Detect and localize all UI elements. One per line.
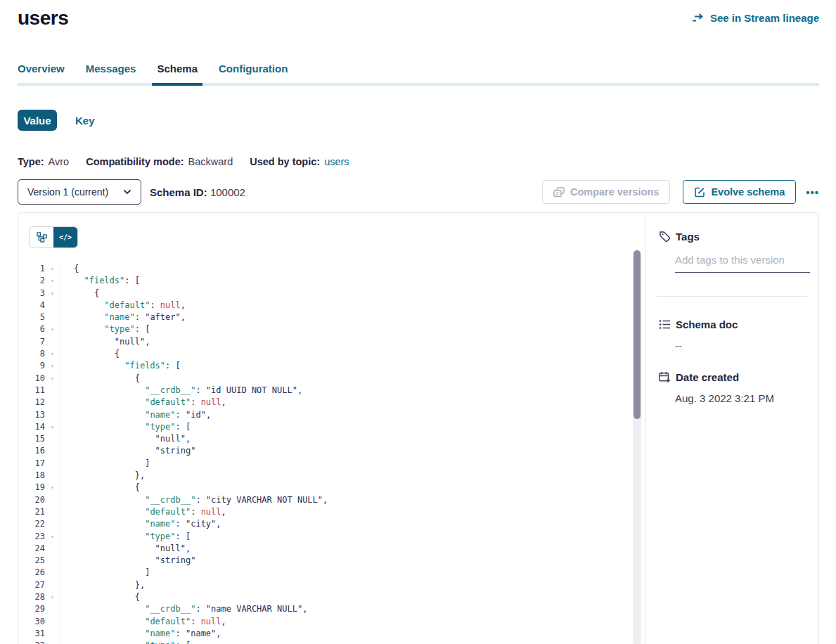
- line-number: 32: [18, 640, 45, 644]
- scrollbar-thumb[interactable]: [634, 250, 641, 419]
- tree-view-button[interactable]: [30, 227, 53, 247]
- line-number: 4: [18, 300, 45, 311]
- code-text: "default": null,: [60, 506, 226, 518]
- code-text: "fields": [: [60, 275, 140, 287]
- code-editor[interactable]: 1▾{2▾ "fields": [3▾ {4 "default": null,5…: [18, 263, 645, 644]
- version-toolbar: Version 1 (current) Schema ID: 100002: [18, 179, 819, 205]
- schema-sidebar: Tags Schema doc --: [645, 213, 818, 644]
- value-tab-button[interactable]: Value: [18, 110, 57, 131]
- code-line: 21 "default": null,: [18, 506, 645, 518]
- tab-messages[interactable]: Messages: [86, 63, 136, 86]
- line-number: 3: [18, 288, 45, 300]
- fold-toggle-icon[interactable]: ▾: [45, 373, 60, 385]
- code-view-button[interactable]: </>: [53, 227, 77, 247]
- code-line: 3▾ {: [18, 288, 645, 300]
- add-tags-input[interactable]: [675, 254, 810, 273]
- fold-toggle-icon[interactable]: ▾: [45, 263, 60, 275]
- fold-toggle-icon[interactable]: ▾: [45, 275, 60, 287]
- line-number: 20: [18, 494, 45, 506]
- compatibility-pair: Compatibility mode: Backward: [86, 156, 233, 167]
- date-created-value: Aug. 3 2022 3:21 PM: [675, 392, 807, 404]
- code-text: "type": [: [60, 421, 191, 433]
- fold-spacer: [45, 385, 60, 397]
- line-number: 10: [18, 373, 45, 385]
- chevron-down-icon: [123, 189, 131, 195]
- fold-toggle-icon[interactable]: ▾: [45, 482, 60, 494]
- code-line: 26 ]: [18, 567, 645, 579]
- fold-toggle-icon[interactable]: ▾: [45, 421, 60, 433]
- schema-doc-title: Schema doc: [676, 318, 738, 330]
- code-line: 5 "name": "after",: [18, 311, 645, 323]
- tags-title: Tags: [676, 231, 700, 243]
- fold-toggle-icon[interactable]: ▾: [45, 591, 60, 603]
- line-number: 22: [18, 518, 45, 530]
- key-value-toggle: Value Key: [18, 110, 819, 131]
- code-text: "null",: [60, 336, 150, 348]
- fold-spacer: [45, 518, 60, 530]
- code-text: "string": [60, 445, 195, 457]
- line-number: 6: [18, 323, 45, 335]
- date-created-title: Date created: [676, 371, 739, 383]
- code-view-icon: </>: [59, 233, 72, 241]
- schema-meta-row: Type: Avro Compatibility mode: Backward …: [18, 156, 819, 167]
- fold-spacer: [45, 397, 60, 408]
- fold-spacer: [45, 458, 60, 470]
- code-line: 30 "default": null,: [18, 616, 645, 628]
- code-text: },: [60, 470, 145, 482]
- schema-id-label: Schema ID:: [150, 186, 207, 198]
- schema-page: users See in Stream lineage OverviewMess…: [0, 0, 836, 644]
- fold-toggle-icon[interactable]: ▾: [45, 348, 60, 360]
- evolve-schema-button[interactable]: Evolve schema: [683, 180, 796, 204]
- compare-versions-icon: [553, 187, 565, 198]
- code-text: {: [60, 263, 79, 275]
- code-text: {: [60, 288, 99, 300]
- code-text: {: [60, 482, 140, 494]
- code-line: 23▾ "type": [: [18, 531, 645, 543]
- fold-toggle-icon[interactable]: ▾: [45, 288, 60, 300]
- code-text: "__crdb__": "name VARCHAR NULL",: [60, 603, 307, 615]
- stream-lineage-icon: [692, 13, 705, 23]
- line-number: 25: [18, 555, 45, 567]
- fold-toggle-icon[interactable]: ▾: [45, 323, 60, 335]
- schema-id-value: 100002: [210, 186, 245, 198]
- line-number: 8: [18, 348, 45, 360]
- fold-toggle-icon[interactable]: ▾: [45, 640, 60, 644]
- fold-spacer: [45, 433, 60, 445]
- used-by-topic-link[interactable]: users: [324, 156, 349, 167]
- code-line: 18 },: [18, 470, 645, 482]
- tab-configuration[interactable]: Configuration: [219, 63, 288, 86]
- code-line: 2▾ "fields": [: [18, 275, 645, 287]
- line-number: 28: [18, 591, 45, 603]
- code-text: "fields": [: [60, 360, 181, 372]
- page-header: users See in Stream lineage: [18, 7, 819, 30]
- compare-versions-button[interactable]: Compare versions: [542, 180, 671, 204]
- code-text: {: [60, 348, 120, 360]
- used-by-topic-pair: Used by topic: users: [250, 156, 349, 167]
- code-line: 27 },: [18, 579, 645, 591]
- fold-spacer: [45, 555, 60, 567]
- fold-toggle-icon[interactable]: ▾: [45, 531, 60, 543]
- fold-spacer: [45, 543, 60, 555]
- type-label: Type:: [18, 156, 44, 167]
- tab-overview[interactable]: Overview: [18, 63, 65, 86]
- stream-lineage-label: See in Stream lineage: [710, 12, 819, 24]
- code-line: 31 "name": "name",: [18, 628, 645, 640]
- more-actions-button[interactable]: •••: [806, 186, 819, 198]
- version-select[interactable]: Version 1 (current): [18, 179, 141, 205]
- fold-toggle-icon[interactable]: ▾: [45, 360, 60, 372]
- code-line: 7 "null",: [18, 336, 645, 348]
- code-text: {: [60, 591, 140, 603]
- evolve-schema-label: Evolve schema: [711, 186, 785, 198]
- line-number: 14: [18, 421, 45, 433]
- edit-icon: [694, 186, 705, 198]
- code-text: "name": "after",: [60, 311, 186, 323]
- calendar-plus-icon: [659, 371, 671, 383]
- scrollbar-track[interactable]: [633, 250, 641, 644]
- code-line: 22 "name": "city",: [18, 518, 645, 530]
- key-tab-button[interactable]: Key: [75, 115, 95, 127]
- type-pair: Type: Avro: [18, 156, 69, 167]
- code-text: ]: [60, 567, 150, 579]
- stream-lineage-link[interactable]: See in Stream lineage: [692, 12, 819, 24]
- tab-schema[interactable]: Schema: [157, 63, 198, 86]
- type-value: Avro: [49, 156, 70, 167]
